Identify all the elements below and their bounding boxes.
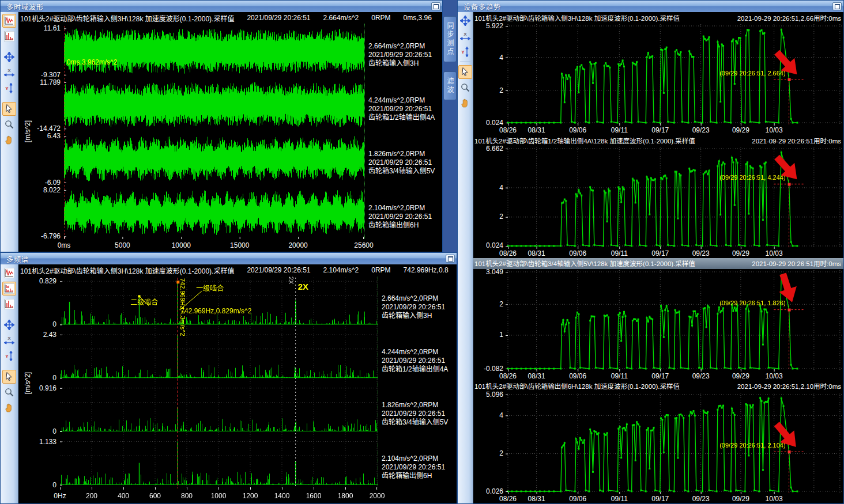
x-axis-tick-label: 10/03	[766, 372, 783, 380]
channel-time: 2021/09/29 20:26:51	[368, 51, 442, 59]
x-axis-tick-label: 10/03	[766, 495, 783, 503]
trend-panel-title: 设备多趋势	[464, 2, 832, 12]
measurement-path: 101机头2#驱动部\齿轮箱1/2轴输出侧4A\128k 加速度波形(0.1-2…	[474, 136, 747, 145]
cursor-readout: 0ms,3.96	[404, 14, 432, 22]
y-zoom-icon[interactable]: Y	[458, 45, 472, 59]
channel-name: 齿轮箱1/2轴输出侧4A	[368, 113, 442, 122]
trend-x-axis: 08/2608/3109/0609/1109/1709/2309/2910/03	[473, 249, 843, 258]
y-axis-unit-label: [m/s^2]	[24, 120, 32, 142]
trend-chart-header[interactable]: 101机头2#驱动部\齿轮箱输出侧6H\128k 加速度波形(0.1-2000)…	[473, 381, 843, 392]
channel-info-block: 2.104m/s^2,0RPM2021/09/29 20:26:51齿轮箱输出侧…	[368, 185, 442, 240]
trend-x-axis: 08/2608/3109/0609/1109/1709/2309/2910/03	[473, 372, 843, 381]
magnifier-icon[interactable]	[2, 118, 16, 131]
y-axis-max-label: 1.133	[39, 438, 56, 446]
spectrum-x-axis: 0Hz200400600800100012001400160018002000	[18, 490, 457, 503]
waveform-panel-titlebar[interactable]: 多时域波形	[1, 1, 442, 12]
y-axis-max-label: 2.43	[43, 331, 56, 339]
trend-canvas[interactable]	[506, 392, 843, 494]
pointer-cursor-icon[interactable]	[458, 65, 472, 79]
move-axes-icon[interactable]	[2, 50, 16, 64]
trend-chart-header[interactable]: 101机头2#驱动部\齿轮箱1/2轴输出侧4A\128k 加速度波形(0.1-2…	[473, 135, 843, 146]
trend-panel-titlebar[interactable]: 设备多趋势	[458, 1, 843, 12]
channel-name: 齿轮箱输入侧3H	[368, 59, 442, 68]
x-axis-tick-label: 09/23	[692, 372, 710, 380]
x-axis-tick-label: 08/31	[528, 372, 545, 380]
channel-info-block: 2.664m/s^2,0RPM2021/09/29 20:26:51齿轮箱输入侧…	[382, 276, 457, 329]
trend-plot-area[interactable]: (09/29 20:26:51, 4.244)	[506, 146, 843, 248]
measurement-path: 101机头2#驱动部\齿轮箱输入侧3H\128k 加速度波形(0.1-2000)…	[20, 266, 234, 275]
trend-chart-header[interactable]: 101机头2#驱动部\齿轮箱3/4轴输入侧5V\128k 加速度波形(0.1-2…	[473, 258, 843, 269]
move-axes-icon[interactable]	[2, 318, 16, 332]
x-axis-tick-label: 09/06	[569, 126, 586, 134]
time-waveform-icon[interactable]	[2, 14, 16, 28]
x-axis-tick-label: 09/29	[732, 126, 749, 134]
trend-cursor-annotation: (09/29 20:26:51, 2.664)	[719, 70, 785, 77]
x-axis-tick-label: 800	[181, 492, 193, 500]
channel-info-block: 4.244m/s^2,0RPM2021/09/29 20:26:51齿轮箱1/2…	[368, 78, 442, 132]
svg-text:X: X	[7, 68, 11, 73]
trend-chart-header[interactable]: 101机头2#驱动部\齿轮箱输入侧3H\128k 加速度波形(0.1-2000)…	[473, 12, 843, 23]
tab-filter[interactable]: 滤波	[443, 71, 457, 100]
spectrum-plot-area[interactable]: 742.969Hz,4.3m/s^2 742.969Hz,0.829m/s^2 …	[60, 276, 378, 490]
spectrum-icon[interactable]	[2, 297, 16, 311]
y-axis-tick-label: 2	[499, 213, 503, 221]
x-axis-tick-label: 400	[118, 492, 129, 500]
x-axis-tick-label: 09/06	[569, 495, 586, 503]
y-axis-tick-label: 2	[499, 449, 503, 457]
channel-name: 齿轮箱输入侧3H	[382, 312, 457, 320]
y-axis-max-label: 8.022	[43, 186, 61, 194]
trend-chart: 101机头2#驱动部\齿轮箱输入侧3H\128k 加速度波形(0.1-2000)…	[473, 12, 843, 135]
move-axes-icon[interactable]	[458, 14, 472, 28]
trend-x-axis: 08/2608/3109/0609/1109/1709/2309/2910/03	[473, 494, 843, 503]
x-zoom-icon[interactable]: X	[458, 29, 472, 43]
y-axis-min-label: 0	[52, 427, 56, 435]
trend-plot-area[interactable]: (09/29 20:26:51, 1.826)	[506, 269, 843, 372]
y-zoom-icon[interactable]: Y	[2, 81, 16, 95]
y-axis-min-label: 0	[52, 374, 56, 382]
hand-pan-icon[interactable]	[2, 401, 16, 415]
restore-glyph	[835, 4, 840, 9]
trend-canvas[interactable]	[506, 269, 843, 372]
x-axis-tick-label: 09/06	[569, 249, 586, 257]
y-axis-tick-label: 1	[499, 331, 503, 339]
y-axis-min-label: -14.472	[37, 124, 61, 132]
pointer-cursor-icon[interactable]	[2, 102, 16, 116]
restore-window-icon[interactable]	[832, 2, 842, 10]
waveform-y-axis: [m/s^2] 11.61-9.30711.789-14.4726.43-6.0…	[18, 24, 64, 239]
waveform-canvas[interactable]	[64, 24, 364, 239]
restore-window-icon[interactable]	[431, 2, 440, 10]
amplitude-value: 2.664m/s^2	[323, 14, 359, 22]
x-axis-tick-label: 09/29	[732, 495, 749, 503]
spectrum-panel-titlebar[interactable]: 多频谱	[1, 253, 457, 264]
tab-sync-points[interactable]: 同步测点	[443, 16, 457, 62]
x-axis-tick-label: 2000	[370, 492, 385, 500]
time-waveform-icon[interactable]	[2, 266, 16, 280]
x-axis-tick-label: 09/29	[732, 249, 749, 257]
measurement-path: 101机头2#驱动部\齿轮箱输出侧6H\128k 加速度波形(0.1-2000)…	[474, 381, 733, 391]
trend-plot-area[interactable]: (09/29 20:26:51, 2.664)	[506, 23, 843, 126]
channel-time: 2021/09/29 20:26:51	[382, 303, 457, 312]
hand-pan-icon[interactable]	[2, 133, 16, 147]
x-axis-tick-label: 25600	[354, 241, 373, 249]
waveform-plot-area[interactable]: 0ms,3.962m/s^2	[64, 24, 364, 239]
magnifier-icon[interactable]	[2, 385, 16, 399]
pointer-cursor-icon[interactable]	[2, 370, 16, 384]
x-zoom-icon[interactable]: X	[2, 334, 16, 347]
restore-window-icon[interactable]	[446, 255, 455, 263]
x-axis-tick-label: 10/03	[766, 249, 783, 257]
svg-text:X: X	[464, 32, 467, 37]
y-zoom-icon[interactable]: Y	[2, 349, 16, 363]
hand-pan-icon[interactable]	[458, 96, 472, 110]
trend-plot-area[interactable]: (09/29 20:26:51, 2.104)	[506, 392, 843, 494]
trend-canvas[interactable]	[506, 146, 843, 248]
magnifier-icon[interactable]	[458, 81, 472, 94]
waveform-cursor-label: 0ms,3.962m/s^2	[67, 58, 118, 66]
spectrum-icon[interactable]	[2, 29, 16, 43]
multi-spectrum-icon[interactable]	[2, 282, 16, 295]
trend-canvas[interactable]	[506, 23, 843, 126]
side-tab-strip: 同步测点 滤波	[443, 0, 457, 252]
x-axis-tick-label: 5000	[115, 241, 130, 249]
sample-datetime: 2021/09/29 20:26:51	[247, 266, 310, 274]
x-zoom-icon[interactable]: X	[2, 66, 16, 79]
second-mesh-annotation: 二级啮合	[130, 297, 158, 306]
